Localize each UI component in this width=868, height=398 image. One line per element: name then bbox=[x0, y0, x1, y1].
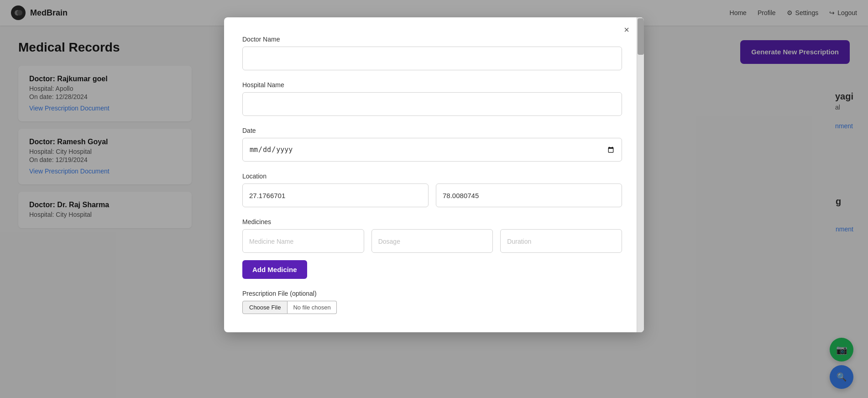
medicines-row bbox=[242, 229, 622, 253]
modal-scroll-thumb bbox=[638, 18, 644, 55]
prescription-file-label: Prescription File (optional) bbox=[242, 290, 622, 297]
file-name-display: No file chosen bbox=[288, 301, 336, 314]
modal-scrollbar[interactable] bbox=[637, 17, 644, 332]
medicines-label: Medicines bbox=[242, 218, 622, 225]
add-medicine-button[interactable]: Add Medicine bbox=[242, 260, 307, 279]
modal: × Doctor Name Hospital Name Date bbox=[224, 17, 644, 332]
date-label: Date bbox=[242, 127, 622, 134]
hospital-name-group: Hospital Name bbox=[242, 81, 622, 116]
location-group: Location bbox=[242, 173, 622, 207]
location-lng-input[interactable] bbox=[436, 183, 622, 207]
location-lat-input[interactable] bbox=[242, 183, 429, 207]
hospital-name-input[interactable] bbox=[242, 92, 622, 116]
dosage-input[interactable] bbox=[371, 229, 493, 253]
medicines-group: Medicines Add Medicine bbox=[242, 218, 622, 279]
doctor-name-input[interactable] bbox=[242, 47, 622, 70]
doctor-name-group: Doctor Name bbox=[242, 36, 622, 70]
medicine-name-input[interactable] bbox=[242, 229, 364, 253]
date-group: Date bbox=[242, 127, 622, 162]
hospital-name-label: Hospital Name bbox=[242, 81, 622, 89]
choose-file-button[interactable]: Choose File bbox=[242, 301, 288, 314]
location-row bbox=[242, 183, 622, 207]
doctor-name-label: Doctor Name bbox=[242, 36, 622, 43]
modal-body: Doctor Name Hospital Name Date Location bbox=[224, 17, 644, 332]
file-row: Choose File No file chosen bbox=[242, 301, 622, 314]
modal-close-button[interactable]: × bbox=[624, 25, 629, 35]
date-input[interactable] bbox=[242, 138, 622, 162]
prescription-file-group: Prescription File (optional) Choose File… bbox=[242, 290, 622, 314]
duration-input[interactable] bbox=[500, 229, 622, 253]
location-label: Location bbox=[242, 173, 622, 180]
